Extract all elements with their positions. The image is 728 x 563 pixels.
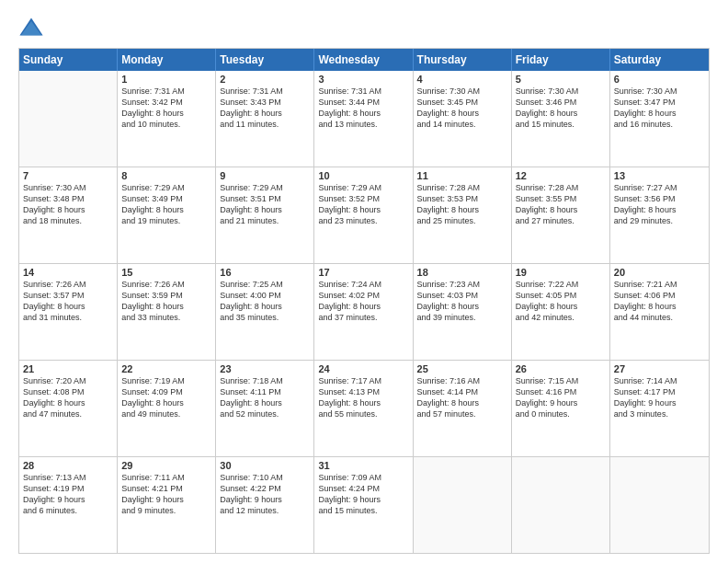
calendar-cell: 11Sunrise: 7:28 AM Sunset: 3:53 PM Dayli… <box>414 167 512 263</box>
cell-info: Sunrise: 7:18 AM Sunset: 4:11 PM Dayligh… <box>220 375 310 420</box>
header-day-thursday: Thursday <box>414 49 512 71</box>
header-day-friday: Friday <box>512 49 610 71</box>
calendar-cell: 13Sunrise: 7:27 AM Sunset: 3:56 PM Dayli… <box>610 167 709 263</box>
calendar-cell: 24Sunrise: 7:17 AM Sunset: 4:13 PM Dayli… <box>314 361 413 456</box>
calendar-cell: 12Sunrise: 7:28 AM Sunset: 3:55 PM Dayli… <box>512 167 610 263</box>
cell-info: Sunrise: 7:13 AM Sunset: 4:19 PM Dayligh… <box>23 472 113 517</box>
day-number: 26 <box>516 363 606 374</box>
cell-info: Sunrise: 7:30 AM Sunset: 3:47 PM Dayligh… <box>614 86 705 131</box>
calendar-cell: 14Sunrise: 7:26 AM Sunset: 3:57 PM Dayli… <box>19 264 118 360</box>
cell-info: Sunrise: 7:31 AM Sunset: 3:43 PM Dayligh… <box>220 86 310 131</box>
calendar-cell: 26Sunrise: 7:15 AM Sunset: 4:16 PM Dayli… <box>512 361 610 456</box>
cell-info: Sunrise: 7:28 AM Sunset: 3:55 PM Dayligh… <box>516 182 606 227</box>
header-day-sunday: Sunday <box>19 49 118 71</box>
day-number: 20 <box>614 267 705 278</box>
page: SundayMondayTuesdayWednesdayThursdayFrid… <box>0 0 728 563</box>
cell-info: Sunrise: 7:11 AM Sunset: 4:21 PM Dayligh… <box>121 472 211 517</box>
calendar-header: SundayMondayTuesdayWednesdayThursdayFrid… <box>19 49 709 71</box>
calendar-cell: 2Sunrise: 7:31 AM Sunset: 3:43 PM Daylig… <box>216 71 314 167</box>
calendar-row-3: 14Sunrise: 7:26 AM Sunset: 3:57 PM Dayli… <box>19 263 709 360</box>
day-number: 31 <box>318 460 408 471</box>
header-day-tuesday: Tuesday <box>216 49 314 71</box>
cell-info: Sunrise: 7:30 AM Sunset: 3:45 PM Dayligh… <box>417 86 507 131</box>
cell-info: Sunrise: 7:30 AM Sunset: 3:48 PM Dayligh… <box>23 182 113 227</box>
day-number: 30 <box>220 460 310 471</box>
cell-info: Sunrise: 7:24 AM Sunset: 4:02 PM Dayligh… <box>318 279 408 324</box>
calendar-cell: 6Sunrise: 7:30 AM Sunset: 3:47 PM Daylig… <box>610 71 709 167</box>
day-number: 14 <box>23 267 113 278</box>
day-number: 19 <box>516 267 606 278</box>
calendar-cell: 3Sunrise: 7:31 AM Sunset: 3:44 PM Daylig… <box>314 71 413 167</box>
calendar-cell: 22Sunrise: 7:19 AM Sunset: 4:09 PM Dayli… <box>118 361 216 456</box>
day-number: 8 <box>121 170 211 181</box>
calendar-cell: 7Sunrise: 7:30 AM Sunset: 3:48 PM Daylig… <box>19 167 118 263</box>
svg-marker-1 <box>21 21 41 35</box>
day-number: 11 <box>417 170 507 181</box>
calendar-cell: 18Sunrise: 7:23 AM Sunset: 4:03 PM Dayli… <box>414 264 512 360</box>
day-number: 7 <box>23 170 113 181</box>
day-number: 2 <box>220 74 310 85</box>
cell-info: Sunrise: 7:30 AM Sunset: 3:46 PM Dayligh… <box>516 86 606 131</box>
calendar-cell <box>610 457 709 553</box>
header <box>18 15 710 40</box>
day-number: 13 <box>614 170 705 181</box>
calendar-cell: 21Sunrise: 7:20 AM Sunset: 4:08 PM Dayli… <box>19 361 118 456</box>
calendar: SundayMondayTuesdayWednesdayThursdayFrid… <box>18 48 710 554</box>
calendar-cell: 15Sunrise: 7:26 AM Sunset: 3:59 PM Dayli… <box>118 264 216 360</box>
day-number: 27 <box>614 363 705 374</box>
day-number: 10 <box>318 170 408 181</box>
calendar-cell: 1Sunrise: 7:31 AM Sunset: 3:42 PM Daylig… <box>118 71 216 167</box>
header-day-monday: Monday <box>118 49 216 71</box>
calendar-row-2: 7Sunrise: 7:30 AM Sunset: 3:48 PM Daylig… <box>19 167 709 263</box>
day-number: 21 <box>23 363 113 374</box>
cell-info: Sunrise: 7:21 AM Sunset: 4:06 PM Dayligh… <box>614 279 705 324</box>
cell-info: Sunrise: 7:26 AM Sunset: 3:57 PM Dayligh… <box>23 279 113 324</box>
calendar-cell <box>414 457 512 553</box>
cell-info: Sunrise: 7:10 AM Sunset: 4:22 PM Dayligh… <box>220 472 310 517</box>
calendar-cell: 4Sunrise: 7:30 AM Sunset: 3:45 PM Daylig… <box>414 71 512 167</box>
calendar-cell: 29Sunrise: 7:11 AM Sunset: 4:21 PM Dayli… <box>118 457 216 553</box>
calendar-cell: 8Sunrise: 7:29 AM Sunset: 3:49 PM Daylig… <box>118 167 216 263</box>
calendar-cell: 31Sunrise: 7:09 AM Sunset: 4:24 PM Dayli… <box>314 457 413 553</box>
cell-info: Sunrise: 7:09 AM Sunset: 4:24 PM Dayligh… <box>318 472 408 517</box>
day-number: 28 <box>23 460 113 471</box>
day-number: 12 <box>516 170 606 181</box>
cell-info: Sunrise: 7:31 AM Sunset: 3:44 PM Dayligh… <box>318 86 408 131</box>
cell-info: Sunrise: 7:28 AM Sunset: 3:53 PM Dayligh… <box>417 182 507 227</box>
calendar-cell: 27Sunrise: 7:14 AM Sunset: 4:17 PM Dayli… <box>610 361 709 456</box>
header-day-wednesday: Wednesday <box>314 49 413 71</box>
day-number: 29 <box>121 460 211 471</box>
cell-info: Sunrise: 7:25 AM Sunset: 4:00 PM Dayligh… <box>220 279 310 324</box>
logo-icon <box>18 15 44 40</box>
day-number: 22 <box>121 363 211 374</box>
day-number: 5 <box>516 74 606 85</box>
calendar-cell: 16Sunrise: 7:25 AM Sunset: 4:00 PM Dayli… <box>216 264 314 360</box>
cell-info: Sunrise: 7:23 AM Sunset: 4:03 PM Dayligh… <box>417 279 507 324</box>
cell-info: Sunrise: 7:27 AM Sunset: 3:56 PM Dayligh… <box>614 182 705 227</box>
calendar-cell: 23Sunrise: 7:18 AM Sunset: 4:11 PM Dayli… <box>216 361 314 456</box>
cell-info: Sunrise: 7:31 AM Sunset: 3:42 PM Dayligh… <box>121 86 211 131</box>
logo <box>18 15 48 40</box>
calendar-row-4: 21Sunrise: 7:20 AM Sunset: 4:08 PM Dayli… <box>19 360 709 456</box>
day-number: 24 <box>318 363 408 374</box>
calendar-cell: 5Sunrise: 7:30 AM Sunset: 3:46 PM Daylig… <box>512 71 610 167</box>
day-number: 6 <box>614 74 705 85</box>
calendar-cell: 19Sunrise: 7:22 AM Sunset: 4:05 PM Dayli… <box>512 264 610 360</box>
calendar-cell <box>19 71 118 167</box>
cell-info: Sunrise: 7:22 AM Sunset: 4:05 PM Dayligh… <box>516 279 606 324</box>
calendar-body: 1Sunrise: 7:31 AM Sunset: 3:42 PM Daylig… <box>19 71 709 553</box>
day-number: 25 <box>417 363 507 374</box>
cell-info: Sunrise: 7:26 AM Sunset: 3:59 PM Dayligh… <box>121 279 211 324</box>
day-number: 23 <box>220 363 310 374</box>
calendar-row-1: 1Sunrise: 7:31 AM Sunset: 3:42 PM Daylig… <box>19 71 709 167</box>
calendar-cell: 28Sunrise: 7:13 AM Sunset: 4:19 PM Dayli… <box>19 457 118 553</box>
day-number: 1 <box>121 74 211 85</box>
cell-info: Sunrise: 7:15 AM Sunset: 4:16 PM Dayligh… <box>516 375 606 420</box>
calendar-cell <box>512 457 610 553</box>
cell-info: Sunrise: 7:29 AM Sunset: 3:49 PM Dayligh… <box>121 182 211 227</box>
calendar-cell: 17Sunrise: 7:24 AM Sunset: 4:02 PM Dayli… <box>314 264 413 360</box>
cell-info: Sunrise: 7:20 AM Sunset: 4:08 PM Dayligh… <box>23 375 113 420</box>
day-number: 18 <box>417 267 507 278</box>
cell-info: Sunrise: 7:19 AM Sunset: 4:09 PM Dayligh… <box>121 375 211 420</box>
cell-info: Sunrise: 7:29 AM Sunset: 3:51 PM Dayligh… <box>220 182 310 227</box>
